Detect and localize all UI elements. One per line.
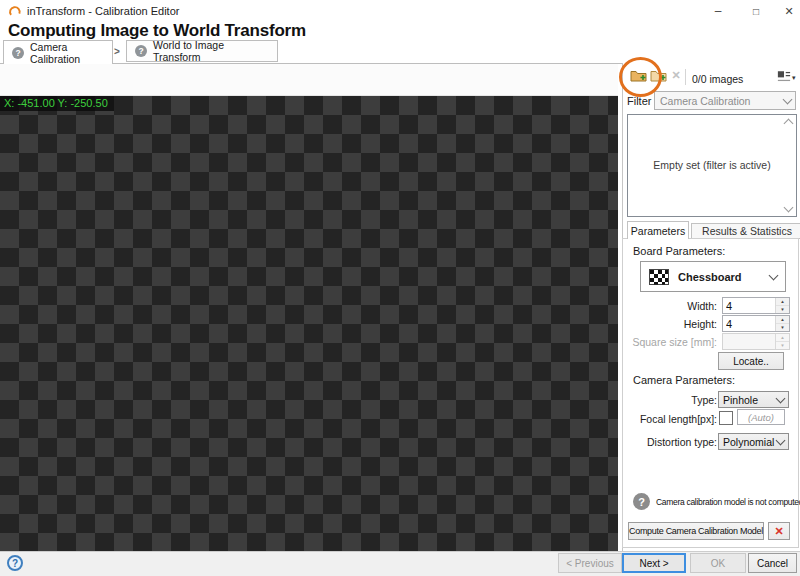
image-canvas[interactable]: X: -451.00 Y: -250.50 [0, 96, 618, 551]
tab-camera-calibration[interactable]: ? Camera Calibration [3, 40, 113, 64]
height-stepper[interactable]: ▲ ▼ [722, 315, 790, 332]
calibration-editor-window: inTransform - Calibration Editor – □ ✕ C… [0, 0, 800, 576]
status-help-icon: ? [633, 493, 650, 510]
tab-results-statistics[interactable]: Results & Statistics [691, 223, 800, 239]
empty-list-message: Empty set (filter is active) [628, 159, 796, 171]
spin-up-icon[interactable]: ▲ [776, 316, 789, 324]
toolbar-separator [685, 69, 686, 85]
window-title: inTransform - Calibration Editor [27, 5, 179, 17]
board-type-dropdown[interactable]: Chessboard [640, 261, 786, 292]
distortion-type-value: Polynomial [723, 436, 774, 448]
canvas-toolbar: Scale: 100 % ▾ ▾ AB [0, 64, 618, 96]
stepper-arrows: ▲ ▼ [775, 316, 789, 331]
tab-world-to-image-transform[interactable]: ? World to Image Transform [126, 40, 278, 62]
locate-button[interactable]: Locate.. [718, 352, 784, 370]
spin-down-icon[interactable]: ▼ [776, 306, 789, 313]
tab-arrow-separator: > [114, 46, 120, 57]
focal-length-label: Focal length[px]: [622, 413, 717, 425]
focal-length-field[interactable] [737, 409, 785, 425]
board-parameters-label: Board Parameters: [633, 245, 725, 257]
image-count-label: 0/0 images [692, 73, 743, 85]
scroll-up-icon[interactable] [784, 119, 794, 129]
maximize-button[interactable]: □ [741, 0, 771, 22]
square-size-input [723, 334, 775, 349]
stepper-arrows: ▲ ▼ [775, 334, 789, 349]
close-button[interactable]: ✕ [774, 0, 800, 22]
view-mode-icon[interactable] [777, 70, 791, 83]
add-folder-icon[interactable] [630, 68, 647, 82]
height-input[interactable] [723, 316, 775, 331]
app-logo-icon [8, 4, 22, 18]
tab-label: Camera Calibration [30, 41, 104, 65]
distortion-type-dropdown[interactable]: Polynomial [718, 433, 789, 450]
camera-type-label: Type: [622, 394, 717, 406]
tab-label: World to Image Transform [153, 39, 269, 63]
status-message: Camera calibration model is not computed… [656, 497, 800, 507]
chevron-down-icon [776, 393, 786, 403]
help-button[interactable]: ? [7, 555, 23, 571]
add-images-icon[interactable] [650, 68, 667, 82]
page-title: Computing Image to World Transform [8, 21, 306, 41]
camera-parameters-label: Camera Parameters: [633, 374, 735, 386]
cancel-button[interactable]: Cancel [748, 553, 797, 573]
dropdown-caret-icon[interactable]: ▾ [792, 74, 796, 82]
scroll-down-icon[interactable] [784, 203, 794, 213]
distortion-type-label: Distortion type: [622, 436, 717, 448]
width-stepper[interactable]: ▲ ▼ [722, 297, 790, 314]
focal-length-checkbox[interactable] [719, 411, 733, 425]
spin-up-icon[interactable]: ▲ [776, 298, 789, 306]
square-size-stepper: ▲ ▼ [722, 333, 790, 350]
cursor-coordinates: X: -451.00 Y: -250.50 [0, 96, 114, 111]
filter-dropdown[interactable]: Camera Calibration [654, 91, 796, 110]
width-label: Width: [622, 300, 717, 312]
focal-length-input[interactable] [738, 410, 784, 424]
chevron-down-icon [769, 270, 779, 280]
filter-value: Camera Calibration [660, 95, 750, 107]
tab-parameters[interactable]: Parameters [627, 221, 689, 239]
help-icon[interactable]: ? [12, 47, 24, 59]
spin-down-icon: ▼ [776, 342, 789, 349]
minimize-button[interactable]: – [703, 0, 733, 22]
previous-button: < Previous [558, 553, 622, 573]
filter-label: Filter [627, 95, 651, 107]
remove-image-button[interactable]: ✕ [669, 67, 683, 83]
image-list[interactable]: Empty set (filter is active) [627, 114, 797, 217]
camera-type-dropdown[interactable]: Pinhole [718, 391, 789, 408]
chevron-down-icon [776, 435, 786, 445]
board-type-value: Chessboard [678, 271, 742, 283]
chevron-down-icon [783, 94, 793, 104]
spin-down-icon[interactable]: ▼ [776, 324, 789, 331]
stepper-arrows: ▲ ▼ [775, 298, 789, 313]
square-size-label: Square size [mm]: [622, 336, 717, 348]
compute-calibration-button[interactable]: Compute Camera Calibration Model [628, 522, 764, 540]
title-bar: inTransform - Calibration Editor – □ ✕ [0, 0, 800, 22]
width-input[interactable] [723, 298, 775, 313]
chessboard-flag-icon [649, 269, 669, 285]
clear-calibration-button[interactable]: ✕ [768, 522, 790, 540]
help-icon[interactable]: ? [135, 45, 147, 57]
camera-type-value: Pinhole [723, 394, 758, 406]
spin-up-icon: ▲ [776, 334, 789, 342]
ok-button: OK [690, 553, 746, 573]
next-button[interactable]: Next > [622, 553, 686, 573]
height-label: Height: [622, 318, 717, 330]
